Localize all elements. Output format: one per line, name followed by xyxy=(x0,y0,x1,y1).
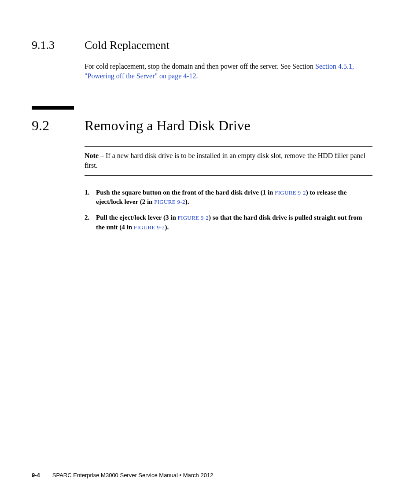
page-content: 9.1.3 Cold Replacement For cold replacem… xyxy=(0,0,420,232)
para-text-prefix: For cold replacement, stop the domain an… xyxy=(85,63,315,70)
procedure-list: 1. Push the square button on the front o… xyxy=(85,188,372,232)
footer-text: SPARC Enterprise M3000 Server Service Ma… xyxy=(52,472,214,478)
step-number: 2. xyxy=(85,213,89,223)
note-text: If a new hard disk drive is to be instal… xyxy=(85,152,365,169)
section-number: 9.2 xyxy=(32,118,85,134)
section-heading-92: 9.2 Removing a Hard Disk Drive xyxy=(32,118,372,134)
section-title: Removing a Hard Disk Drive xyxy=(85,118,251,134)
page-footer: 9-4 SPARC Enterprise M3000 Server Servic… xyxy=(32,472,372,478)
figure-reference-link[interactable]: FIGURE 9-2 xyxy=(154,199,185,205)
footer-page-number: 9-4 xyxy=(32,472,40,478)
step-text: Push the square button on the front of t… xyxy=(96,189,275,196)
para-text-suffix: . xyxy=(196,72,198,80)
note-label: Note – xyxy=(85,152,106,159)
step-text: ). xyxy=(165,224,169,231)
step-text: ). xyxy=(185,198,189,205)
subsection-number: 9.1.3 xyxy=(32,39,85,52)
procedure-step-2: 2. Pull the eject/lock lever (3 in FIGUR… xyxy=(85,213,372,232)
subsection-title: Cold Replacement xyxy=(85,39,169,52)
figure-reference-link[interactable]: FIGURE 9-2 xyxy=(178,214,209,221)
figure-reference-link[interactable]: FIGURE 9-2 xyxy=(275,189,306,196)
section-rule xyxy=(32,106,74,110)
procedure-step-1: 1. Push the square button on the front o… xyxy=(85,188,372,207)
note-box: Note – If a new hard disk drive is to be… xyxy=(85,146,372,176)
subsection-heading-913: 9.1.3 Cold Replacement xyxy=(32,39,372,52)
subsection-paragraph: For cold replacement, stop the domain an… xyxy=(85,62,372,81)
step-text: Pull the eject/lock lever (3 in xyxy=(96,214,178,221)
figure-reference-link[interactable]: FIGURE 9-2 xyxy=(134,224,165,231)
step-number: 1. xyxy=(85,188,89,198)
